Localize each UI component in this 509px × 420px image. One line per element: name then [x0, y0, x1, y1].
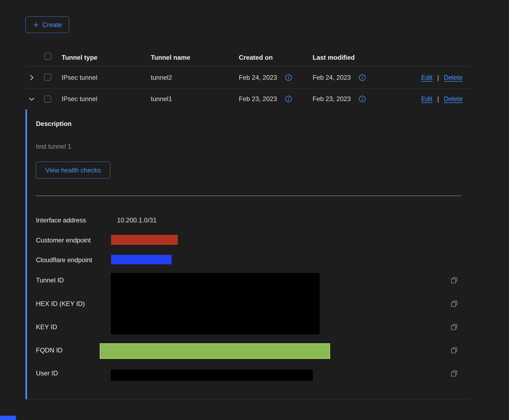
- create-button-label: Create: [42, 21, 62, 29]
- actions-separator: |: [437, 95, 439, 103]
- copy-icon[interactable]: [451, 300, 458, 307]
- chevron-down-icon[interactable]: [28, 88, 35, 109]
- interface-address-value: 10.200.1.0/31: [117, 216, 157, 224]
- table-row: IPsec tunnel tunnel1 Feb 23, 2023 Feb 23…: [25, 88, 471, 109]
- edit-link[interactable]: Edit: [421, 95, 432, 103]
- table-row: IPsec tunnel tunnel2 Feb 24, 2023 Feb 24…: [25, 66, 471, 89]
- key-id-label: KEY ID: [36, 323, 57, 331]
- bottom-left-accent: [0, 416, 16, 420]
- row-checkbox[interactable]: [44, 95, 51, 103]
- info-icon[interactable]: [359, 74, 366, 81]
- section-divider: [36, 196, 461, 196]
- chevron-right-icon[interactable]: [28, 66, 35, 88]
- created-on-cell: Feb 23, 2023: [239, 88, 292, 109]
- create-button[interactable]: Create: [25, 16, 69, 33]
- copy-icon[interactable]: [451, 370, 458, 377]
- tunnel-type-cell: IPsec tunnel: [62, 88, 97, 109]
- cloudflare-endpoint-redacted-value: [111, 255, 172, 264]
- created-on-cell: Feb 24, 2023: [239, 66, 292, 88]
- row-checkbox[interactable]: [44, 74, 51, 81]
- expanded-row-accent-bar: [25, 109, 27, 399]
- row-actions: Edit | Delete: [421, 88, 463, 109]
- delete-link[interactable]: Delete: [444, 95, 463, 103]
- description-value: test tunnel 1: [36, 143, 71, 150]
- column-header-tunnel-name: Tunnel name: [151, 49, 190, 66]
- row-actions: Edit | Delete: [421, 66, 463, 88]
- customer-endpoint-redacted-value: [111, 235, 178, 245]
- cloudflare-endpoint-label: Cloudflare endpoint: [36, 256, 92, 264]
- info-icon[interactable]: [285, 74, 292, 81]
- description-label: Description: [36, 120, 72, 128]
- interface-address-label: Interface address: [36, 216, 86, 224]
- last-modified-cell: Feb 24, 2023: [313, 66, 366, 88]
- hex-id-label: HEX ID (KEY ID): [36, 300, 85, 308]
- created-on-date: Feb 23, 2023: [239, 95, 277, 103]
- copy-icon[interactable]: [451, 347, 458, 354]
- table-header: Tunnel type Tunnel name Created on Last …: [25, 49, 471, 66]
- select-all-checkbox[interactable]: [44, 53, 51, 60]
- tunnel-id-label: Tunnel ID: [36, 276, 64, 284]
- column-header-tunnel-type: Tunnel type: [62, 49, 98, 66]
- customer-endpoint-label: Customer endpoint: [36, 236, 91, 244]
- section-bottom-border: [25, 399, 471, 399]
- column-header-last-modified: Last modified: [313, 49, 355, 66]
- info-icon[interactable]: [285, 95, 292, 102]
- user-id-redacted-value: [111, 369, 313, 381]
- column-header-created-on: Created on: [239, 49, 273, 66]
- last-modified-cell: Feb 23, 2023: [313, 88, 366, 109]
- fqdn-id-label: FQDN ID: [36, 346, 63, 354]
- user-id-label: User ID: [36, 369, 58, 377]
- plus-icon: [33, 22, 39, 28]
- actions-separator: |: [437, 74, 439, 81]
- view-health-checks-button[interactable]: View health checks: [36, 162, 110, 179]
- tunnel-hex-key-id-redacted-value: [111, 273, 320, 334]
- tunnel-name-cell: tunnel1: [151, 88, 172, 109]
- tunnel-name-cell: tunnel2: [151, 66, 172, 88]
- last-modified-date: Feb 24, 2023: [313, 74, 351, 81]
- fqdn-id-redacted-value: [100, 343, 330, 359]
- edit-link[interactable]: Edit: [421, 74, 432, 81]
- info-icon[interactable]: [359, 95, 366, 102]
- tunnels-page: Create Tunnel type Tunnel name Created o…: [0, 0, 509, 420]
- copy-icon[interactable]: [451, 277, 458, 284]
- delete-link[interactable]: Delete: [444, 74, 463, 81]
- copy-icon[interactable]: [451, 324, 458, 331]
- last-modified-date: Feb 23, 2023: [313, 95, 351, 103]
- created-on-date: Feb 24, 2023: [239, 74, 277, 81]
- tunnel-type-cell: IPsec tunnel: [62, 66, 97, 88]
